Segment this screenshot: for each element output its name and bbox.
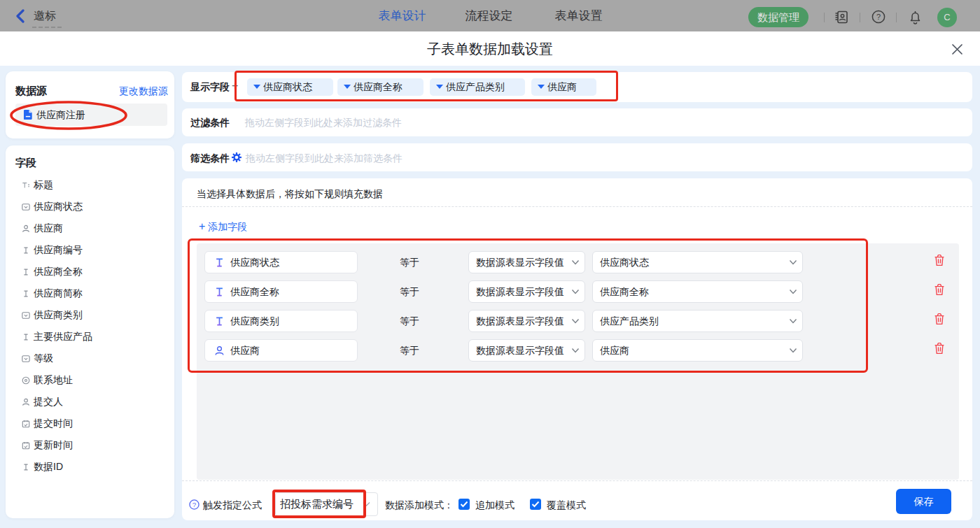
svg-text:?: ? bbox=[192, 501, 197, 508]
svg-text:?: ? bbox=[876, 13, 881, 21]
